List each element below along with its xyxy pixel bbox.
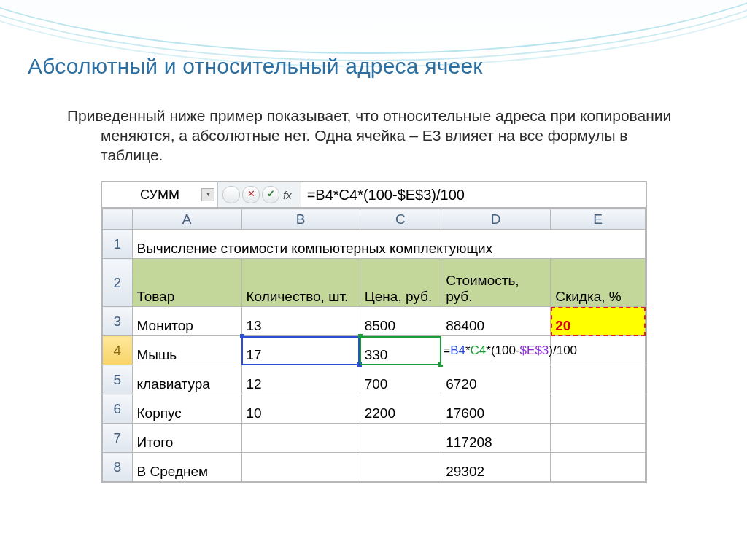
- formula-eq: =: [443, 343, 450, 357]
- slide-paragraph: Приведенный ниже пример показывает, что …: [67, 106, 680, 166]
- expand-button[interactable]: [222, 186, 240, 203]
- cell-A8[interactable]: В Среднем: [132, 453, 241, 482]
- grid: A B C D E 1 Вычисление стоимости компьют…: [102, 209, 646, 482]
- row-8: 8 В Среднем 29302: [103, 453, 646, 482]
- formula-input[interactable]: =B4*C4*(100-$E$3)/100: [301, 182, 646, 207]
- slide-title: Абсолютный и относительный адреса ячеек: [28, 54, 483, 79]
- row-1: 1 Вычисление стоимости компьютерных комп…: [103, 230, 646, 259]
- col-header-B[interactable]: B: [241, 209, 360, 230]
- cell-A1-merged[interactable]: Вычисление стоимости компьютерных компле…: [132, 230, 645, 259]
- cell-E5[interactable]: [551, 365, 646, 394]
- select-all-corner[interactable]: [103, 209, 133, 230]
- cell-B2[interactable]: Количество, шт.: [241, 259, 360, 307]
- slide-body-text: Приведенный ниже пример показывает, что …: [67, 106, 680, 166]
- cell-B6[interactable]: 10: [241, 394, 360, 424]
- cell-A3[interactable]: Монитор: [132, 307, 241, 336]
- row-7: 7 Итого 117208: [103, 424, 646, 453]
- row-header-1[interactable]: 1: [103, 230, 133, 259]
- cell-C7[interactable]: [360, 424, 441, 453]
- cell-E6[interactable]: [551, 394, 646, 424]
- cell-C2[interactable]: Цена, руб.: [360, 259, 441, 307]
- fx-icon[interactable]: fx: [282, 189, 296, 201]
- cell-E7[interactable]: [551, 424, 646, 453]
- formula-ref-e3: $E$3: [520, 343, 549, 357]
- row-5: 5 клавиатура 12 700 6720: [103, 365, 646, 394]
- cell-A7[interactable]: Итого: [132, 424, 241, 453]
- row-header-6[interactable]: 6: [103, 394, 133, 424]
- column-header-row: A B C D E: [103, 209, 646, 230]
- cell-D7[interactable]: 117208: [441, 424, 551, 453]
- formula-bar: СУММ ▾ ✕ ✓ fx =B4*C4*(100-$E$3)/100: [102, 182, 646, 209]
- row-4: 4 Мышь 17 330 =B4*C4*(100-$E$3)/100: [103, 336, 646, 365]
- cell-C6[interactable]: 2200: [360, 394, 441, 424]
- cell-E3[interactable]: 20: [551, 307, 646, 336]
- row-header-4[interactable]: 4: [103, 336, 133, 365]
- cell-C5[interactable]: 700: [360, 365, 441, 394]
- row-header-8[interactable]: 8: [103, 453, 133, 482]
- cell-D4[interactable]: =B4*C4*(100-$E$3)/100: [441, 336, 551, 365]
- row-header-7[interactable]: 7: [103, 424, 133, 453]
- cell-A4[interactable]: Мышь: [132, 336, 241, 365]
- col-header-E[interactable]: E: [551, 209, 646, 230]
- confirm-button[interactable]: ✓: [262, 186, 279, 203]
- row-2: 2 Товар Количество, шт. Цена, руб. Стоим…: [103, 259, 646, 307]
- row-6: 6 Корпус 10 2200 17600: [103, 394, 646, 424]
- cell-D3[interactable]: 88400: [441, 307, 551, 336]
- cell-C8[interactable]: [360, 453, 441, 482]
- slide: Абсолютный и относительный адреса ячеек …: [0, 0, 747, 560]
- row-header-2[interactable]: 2: [103, 259, 133, 307]
- name-box-dropdown-icon[interactable]: ▾: [201, 188, 214, 201]
- formula-bar-buttons: ✕ ✓ fx: [218, 182, 301, 207]
- cell-E8[interactable]: [551, 453, 646, 482]
- formula-ref-b4: B4: [450, 343, 465, 357]
- cell-B3[interactable]: 13: [241, 307, 360, 336]
- col-header-C[interactable]: C: [360, 209, 441, 230]
- col-header-D[interactable]: D: [441, 209, 551, 230]
- cancel-button[interactable]: ✕: [242, 186, 260, 203]
- spreadsheet: СУММ ▾ ✕ ✓ fx =B4*C4*(100-$E$3)/100 A B …: [101, 181, 647, 483]
- cell-D5[interactable]: 6720: [441, 365, 551, 394]
- cell-A6[interactable]: Корпус: [132, 394, 241, 424]
- cell-B8[interactable]: [241, 453, 360, 482]
- name-box-value: СУММ: [140, 187, 179, 203]
- name-box[interactable]: СУММ ▾: [102, 182, 218, 207]
- cell-B7[interactable]: [241, 424, 360, 453]
- row-header-3[interactable]: 3: [103, 307, 133, 336]
- cell-A5[interactable]: клавиатура: [132, 365, 241, 394]
- cell-B4[interactable]: 17: [241, 336, 360, 365]
- formula-text: *(100-: [486, 343, 519, 357]
- cell-D8[interactable]: 29302: [441, 453, 551, 482]
- cell-D2[interactable]: Стоимость, руб.: [441, 259, 551, 307]
- formula-op: *: [465, 343, 471, 357]
- col-header-A[interactable]: A: [132, 209, 241, 230]
- cell-C4[interactable]: 330: [360, 336, 441, 365]
- cell-D6[interactable]: 17600: [441, 394, 551, 424]
- cell-A2[interactable]: Товар: [132, 259, 241, 307]
- cell-E2[interactable]: Скидка, %: [551, 259, 646, 307]
- formula-ref-c4: C4: [471, 343, 487, 357]
- cell-C3[interactable]: 8500: [360, 307, 441, 336]
- cell-D4-formula: =B4*C4*(100-$E$3)/100: [443, 343, 577, 358]
- cell-B5[interactable]: 12: [241, 365, 360, 394]
- row-3: 3 Монитор 13 8500 88400 20: [103, 307, 646, 336]
- row-header-5[interactable]: 5: [103, 365, 133, 394]
- formula-text: )/100: [549, 343, 577, 357]
